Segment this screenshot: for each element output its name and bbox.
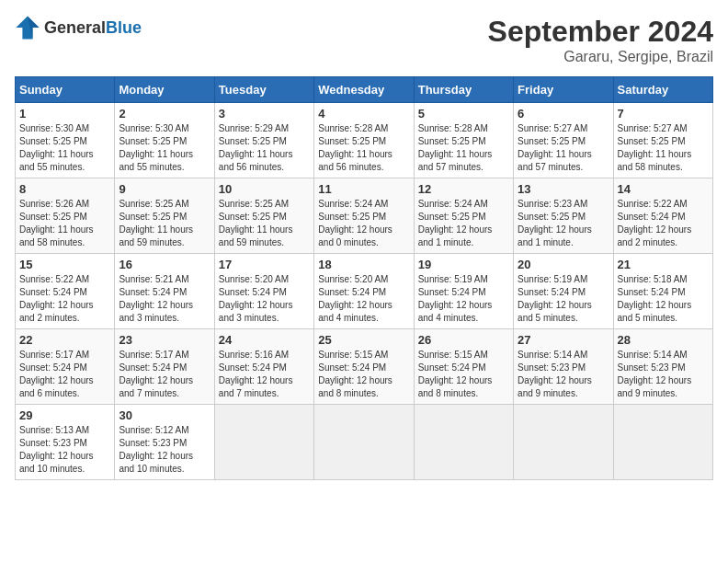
day-number: 3: [219, 107, 310, 121]
calendar-row: 8 Sunrise: 5:26 AM Sunset: 5:25 PM Dayli…: [16, 178, 713, 254]
calendar-cell: 9 Sunrise: 5:25 AM Sunset: 5:25 PM Dayli…: [115, 178, 214, 254]
day-info: Sunrise: 5:29 AM Sunset: 5:25 PM Dayligh…: [219, 122, 310, 174]
day-number: 13: [518, 182, 609, 196]
calendar-cell: 12 Sunrise: 5:24 AM Sunset: 5:25 PM Dayl…: [414, 178, 513, 254]
header-row: Sunday Monday Tuesday Wednesday Thursday…: [16, 77, 713, 103]
calendar-cell: 25 Sunrise: 5:15 AM Sunset: 5:24 PM Dayl…: [314, 329, 414, 405]
calendar-row: 1 Sunrise: 5:30 AM Sunset: 5:25 PM Dayli…: [16, 103, 713, 178]
day-number: 2: [119, 107, 210, 121]
day-info: Sunrise: 5:17 AM Sunset: 5:24 PM Dayligh…: [19, 349, 110, 400]
day-info: Sunrise: 5:25 AM Sunset: 5:25 PM Dayligh…: [119, 198, 210, 249]
calendar-cell: 20 Sunrise: 5:19 AM Sunset: 5:24 PM Dayl…: [514, 254, 613, 329]
day-info: Sunrise: 5:28 AM Sunset: 5:25 PM Dayligh…: [318, 122, 409, 174]
day-number: 17: [219, 258, 310, 271]
day-info: Sunrise: 5:14 AM Sunset: 5:23 PM Dayligh…: [618, 349, 709, 400]
calendar-cell: 10 Sunrise: 5:25 AM Sunset: 5:25 PM Dayl…: [214, 178, 313, 254]
day-info: Sunrise: 5:30 AM Sunset: 5:25 PM Dayligh…: [119, 122, 210, 174]
day-number: 29: [19, 408, 110, 422]
day-info: Sunrise: 5:20 AM Sunset: 5:24 PM Dayligh…: [219, 273, 310, 325]
day-number: 30: [119, 408, 210, 422]
calendar-cell: 1 Sunrise: 5:30 AM Sunset: 5:25 PM Dayli…: [16, 103, 115, 178]
calendar-cell: 14 Sunrise: 5:22 AM Sunset: 5:24 PM Dayl…: [613, 178, 712, 254]
calendar-cell: 29 Sunrise: 5:13 AM Sunset: 5:23 PM Dayl…: [16, 405, 115, 480]
day-number: 24: [219, 333, 310, 347]
day-number: 22: [19, 333, 110, 347]
day-info: Sunrise: 5:24 AM Sunset: 5:25 PM Dayligh…: [418, 198, 509, 249]
day-info: Sunrise: 5:17 AM Sunset: 5:24 PM Dayligh…: [119, 349, 210, 400]
calendar-cell: 13 Sunrise: 5:23 AM Sunset: 5:25 PM Dayl…: [514, 178, 613, 254]
calendar-cell: 22 Sunrise: 5:17 AM Sunset: 5:24 PM Dayl…: [16, 329, 115, 405]
day-info: Sunrise: 5:27 AM Sunset: 5:25 PM Dayligh…: [618, 122, 709, 174]
day-number: 7: [618, 107, 709, 121]
day-info: Sunrise: 5:22 AM Sunset: 5:24 PM Dayligh…: [19, 273, 110, 325]
calendar-cell: 28 Sunrise: 5:14 AM Sunset: 5:23 PM Dayl…: [613, 329, 712, 405]
day-info: Sunrise: 5:12 AM Sunset: 5:23 PM Dayligh…: [119, 424, 210, 476]
calendar-cell: [514, 405, 613, 480]
day-info: Sunrise: 5:13 AM Sunset: 5:23 PM Dayligh…: [19, 424, 110, 476]
day-info: Sunrise: 5:18 AM Sunset: 5:24 PM Dayligh…: [618, 273, 709, 325]
day-info: Sunrise: 5:27 AM Sunset: 5:25 PM Dayligh…: [518, 122, 609, 174]
page-header: GeneralBlue September 2024 Gararu, Sergi…: [15, 15, 713, 65]
day-info: Sunrise: 5:16 AM Sunset: 5:24 PM Dayligh…: [219, 349, 310, 400]
calendar-cell: [613, 405, 712, 480]
location: Gararu, Sergipe, Brazil: [488, 49, 713, 65]
col-friday: Friday: [514, 77, 613, 103]
calendar-cell: 19 Sunrise: 5:19 AM Sunset: 5:24 PM Dayl…: [414, 254, 513, 329]
logo-text: GeneralBlue: [44, 18, 142, 38]
day-number: 26: [418, 333, 509, 347]
calendar-cell: 24 Sunrise: 5:16 AM Sunset: 5:24 PM Dayl…: [214, 329, 313, 405]
col-sunday: Sunday: [16, 77, 115, 103]
day-number: 6: [518, 107, 609, 121]
day-number: 16: [119, 258, 210, 271]
day-number: 1: [19, 107, 110, 121]
day-number: 27: [518, 333, 609, 347]
calendar-cell: 7 Sunrise: 5:27 AM Sunset: 5:25 PM Dayli…: [613, 103, 712, 178]
calendar-cell: [414, 405, 513, 480]
calendar-cell: 21 Sunrise: 5:18 AM Sunset: 5:24 PM Dayl…: [613, 254, 712, 329]
day-info: Sunrise: 5:15 AM Sunset: 5:24 PM Dayligh…: [318, 349, 409, 400]
calendar-cell: 23 Sunrise: 5:17 AM Sunset: 5:24 PM Dayl…: [115, 329, 214, 405]
day-info: Sunrise: 5:21 AM Sunset: 5:24 PM Dayligh…: [119, 273, 210, 325]
day-info: Sunrise: 5:19 AM Sunset: 5:24 PM Dayligh…: [418, 273, 509, 325]
day-number: 25: [318, 333, 409, 347]
calendar-cell: 16 Sunrise: 5:21 AM Sunset: 5:24 PM Dayl…: [115, 254, 214, 329]
logo-general: General: [44, 18, 106, 37]
day-info: Sunrise: 5:23 AM Sunset: 5:25 PM Dayligh…: [518, 198, 609, 249]
calendar-table: Sunday Monday Tuesday Wednesday Thursday…: [15, 76, 713, 480]
calendar-cell: [314, 405, 414, 480]
day-number: 23: [119, 333, 210, 347]
day-info: Sunrise: 5:14 AM Sunset: 5:23 PM Dayligh…: [518, 349, 609, 400]
calendar-cell: 30 Sunrise: 5:12 AM Sunset: 5:23 PM Dayl…: [115, 405, 214, 480]
day-info: Sunrise: 5:19 AM Sunset: 5:24 PM Dayligh…: [518, 273, 609, 325]
day-number: 20: [518, 258, 609, 271]
day-info: Sunrise: 5:22 AM Sunset: 5:24 PM Dayligh…: [618, 198, 709, 249]
logo-blue: Blue: [106, 18, 142, 37]
day-number: 21: [618, 258, 709, 271]
calendar-cell: 5 Sunrise: 5:28 AM Sunset: 5:25 PM Dayli…: [414, 103, 513, 178]
calendar-row: 29 Sunrise: 5:13 AM Sunset: 5:23 PM Dayl…: [16, 405, 713, 480]
col-thursday: Thursday: [414, 77, 513, 103]
logo-icon: [15, 15, 40, 40]
day-number: 15: [19, 258, 110, 271]
calendar-cell: 26 Sunrise: 5:15 AM Sunset: 5:24 PM Dayl…: [414, 329, 513, 405]
col-wednesday: Wednesday: [314, 77, 414, 103]
day-info: Sunrise: 5:20 AM Sunset: 5:24 PM Dayligh…: [318, 273, 409, 325]
col-tuesday: Tuesday: [214, 77, 313, 103]
day-number: 9: [119, 182, 210, 196]
calendar-cell: 27 Sunrise: 5:14 AM Sunset: 5:23 PM Dayl…: [514, 329, 613, 405]
calendar-cell: 6 Sunrise: 5:27 AM Sunset: 5:25 PM Dayli…: [514, 103, 613, 178]
day-info: Sunrise: 5:15 AM Sunset: 5:24 PM Dayligh…: [418, 349, 509, 400]
month-year: September 2024: [488, 15, 713, 49]
calendar-cell: 4 Sunrise: 5:28 AM Sunset: 5:25 PM Dayli…: [314, 103, 414, 178]
day-info: Sunrise: 5:25 AM Sunset: 5:25 PM Dayligh…: [219, 198, 310, 249]
calendar-cell: 3 Sunrise: 5:29 AM Sunset: 5:25 PM Dayli…: [214, 103, 313, 178]
day-number: 11: [318, 182, 409, 196]
day-number: 28: [618, 333, 709, 347]
calendar-cell: 17 Sunrise: 5:20 AM Sunset: 5:24 PM Dayl…: [214, 254, 313, 329]
calendar-cell: 18 Sunrise: 5:20 AM Sunset: 5:24 PM Dayl…: [314, 254, 414, 329]
col-saturday: Saturday: [613, 77, 712, 103]
day-info: Sunrise: 5:24 AM Sunset: 5:25 PM Dayligh…: [318, 198, 409, 249]
day-number: 12: [418, 182, 509, 196]
logo: GeneralBlue: [15, 15, 142, 40]
day-number: 4: [318, 107, 409, 121]
